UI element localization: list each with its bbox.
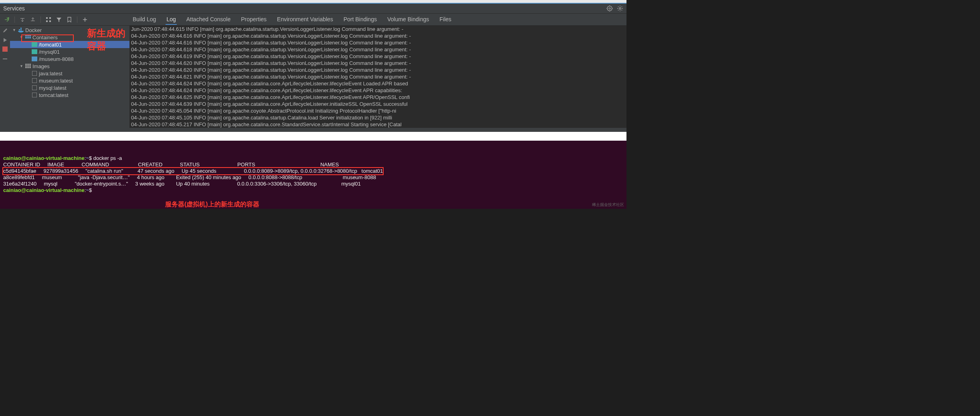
chevron-down-icon: ▼ [20,64,24,68]
gear-icon[interactable] [617,5,623,12]
collapse-all-icon[interactable] [28,15,37,24]
image-icon [32,85,37,90]
log-line: 04-Jun-2020 07:48:44.621 INFO [main] org… [131,73,625,80]
terminal-row: c5d94145bfae 927899a31456 "catalina.sh r… [3,168,623,174]
tree-label: tomcat:latest [39,92,69,98]
svg-rect-32 [32,85,37,90]
tab-files[interactable]: Files [438,14,452,25]
svg-rect-26 [29,65,31,67]
tree-container-museum[interactable]: /museum-8088 [10,55,129,63]
main-pane: Build Log Log Attached Console Propertie… [129,26,626,132]
svg-rect-27 [25,67,27,68]
tree-label: Containers [32,34,58,40]
chevron-down-icon: ▼ [12,28,16,32]
log-line: 04-Jun-2020 07:48:44.620 INFO [main] org… [131,67,625,73]
terminal-prompt: cainiao@cainiao-virtual-machine:~$ [3,187,623,194]
tree-root-docker[interactable]: ▼ Docker [10,26,129,34]
svg-rect-16 [27,37,29,38]
container-stopped-icon [32,57,37,61]
image-icon [32,78,37,83]
tab-attached-console[interactable]: Attached Console [186,14,232,25]
tree-container-tomcat01[interactable]: /tomcat01 [10,41,129,48]
svg-rect-24 [25,65,27,67]
log-area[interactable]: Jun-2020 07:48:44.615 INFO [main] org.ap… [129,26,626,128]
run-icon[interactable] [2,15,11,24]
tree-label: /museum-8088 [39,56,74,62]
filter-icon[interactable] [55,15,63,24]
svg-point-2 [619,8,621,9]
add-icon[interactable] [81,15,89,24]
tree-label: /tomcat01 [39,42,62,48]
svg-rect-9 [19,29,20,30]
image-icon [32,71,37,76]
svg-rect-12 [25,35,27,36]
gutter [0,26,10,132]
scrollbar[interactable] [129,128,626,132]
tree-label: mysql:latest [39,85,67,91]
svg-rect-21 [25,64,27,65]
svg-rect-25 [27,65,29,67]
svg-rect-29 [29,67,31,68]
log-line: 04-Jun-2020 07:48:44.620 INFO [main] org… [131,60,625,67]
svg-rect-11 [20,28,22,29]
edit-icon[interactable] [2,28,8,33]
panel-header: Services [0,4,626,14]
tree-label: java:latest [39,71,63,77]
tab-build-log[interactable]: Build Log [132,14,157,25]
tree-pane: 新生成的容器 ▼ Docker ▼ Containers /tomcat01 /… [10,26,129,132]
log-line: 04-Jun-2020 07:48:45.054 INFO [main] org… [131,107,625,114]
tree-image-mysql[interactable]: mysql:latest [10,84,129,91]
container-running-icon [32,42,37,47]
tab-properties[interactable]: Properties [240,14,267,25]
svg-rect-13 [27,35,29,36]
separator [40,16,41,23]
tree-images[interactable]: ▼ Images [10,63,129,70]
svg-point-0 [607,6,612,11]
tab-port-bindings[interactable]: Port Bindings [343,14,378,25]
bookmark-icon[interactable] [65,15,74,24]
svg-point-3 [8,17,9,19]
minus-icon[interactable] [2,57,8,62]
svg-rect-17 [29,37,31,38]
tree-image-java[interactable]: java:latest [10,70,129,77]
tab-env-vars[interactable]: Environment Variables [276,14,334,25]
tab-log[interactable]: Log [166,14,176,25]
log-line: 04-Jun-2020 07:48:44.624 INFO [main] org… [131,87,625,94]
tree-label: Docker [25,27,42,33]
tree-image-tomcat[interactable]: tomcat:latest [10,91,129,99]
svg-rect-7 [49,20,51,22]
target-icon[interactable] [606,5,613,12]
svg-rect-6 [46,20,48,22]
svg-rect-30 [32,71,37,76]
svg-rect-10 [20,29,22,30]
watermark: 稀土掘金技术社区 [592,202,624,208]
svg-rect-4 [46,17,48,19]
grid-icon[interactable] [44,15,53,24]
tree-image-museum[interactable]: museum:latest [10,77,129,84]
svg-rect-28 [27,67,29,68]
play-icon[interactable] [2,37,8,42]
tree-container-mysql01[interactable]: /mysql01 [10,48,129,55]
tree-label: Images [32,63,50,69]
svg-point-1 [609,8,610,9]
terminal[interactable]: cainiao@cainiao-virtual-machine:~$ docke… [0,141,626,209]
tabs: Build Log Log Attached Console Propertie… [129,14,626,26]
log-line: 04-Jun-2020 07:48:44.616 INFO [main] org… [131,39,625,46]
tab-volume-bindings[interactable]: Volume Bindings [386,14,430,25]
expand-all-icon[interactable] [18,15,27,24]
annotation-bottom: 服务器(虚拟机)上的新生成的容器 [165,201,259,208]
svg-rect-22 [27,64,29,65]
tree-containers[interactable]: ▼ Containers [10,34,129,41]
stop-icon[interactable] [2,46,8,52]
gap [0,132,626,141]
svg-rect-20 [32,57,37,61]
log-line: 04-Jun-2020 07:48:44.618 INFO [main] org… [131,46,625,53]
log-line: 04-Jun-2020 07:48:45.217 INFO [main] org… [131,121,625,128]
log-line: 04-Jun-2020 07:48:44.624 INFO [main] org… [131,80,625,87]
separator [14,16,15,23]
svg-rect-18 [32,42,37,47]
terminal-prompt: cainiao@cainiao-virtual-machine:~$ docke… [3,155,623,162]
log-line: 04-Jun-2020 07:48:44.619 INFO [main] org… [131,53,625,60]
separator [77,16,77,23]
images-icon [25,64,31,69]
